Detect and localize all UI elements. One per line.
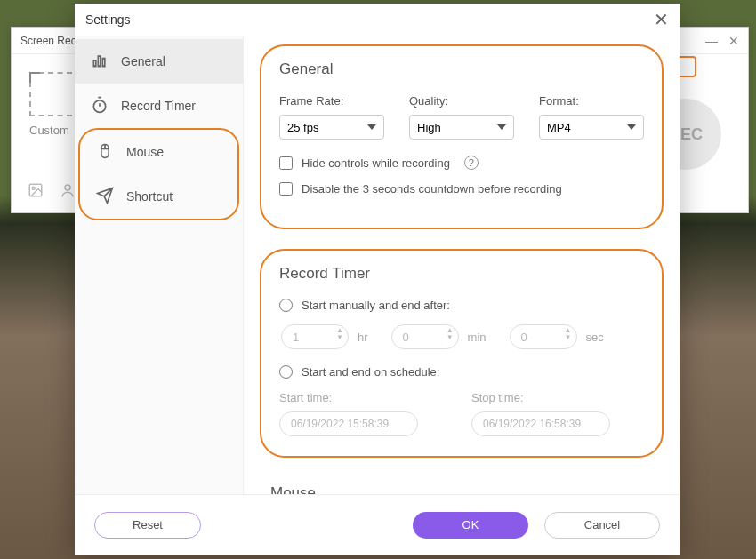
min-unit: min — [468, 331, 487, 344]
send-icon — [96, 187, 114, 207]
start-time-input[interactable] — [279, 411, 418, 436]
gallery-icon[interactable] — [28, 182, 44, 202]
format-select[interactable]: MP4 — [539, 115, 644, 140]
record-timer-heading: Record Timer — [279, 265, 644, 283]
disable-countdown-checkbox[interactable] — [279, 182, 293, 196]
format-label: Format: — [539, 94, 644, 108]
svg-rect-5 — [102, 58, 105, 66]
reset-button[interactable]: Reset — [94, 512, 201, 539]
user-icon[interactable] — [60, 182, 76, 202]
stopwatch-icon — [91, 96, 109, 116]
minimize-icon[interactable]: — — [705, 34, 718, 48]
close-icon[interactable]: ✕ — [728, 34, 739, 48]
modal-body: General Record Timer Mouse Shortcut G — [75, 36, 680, 494]
hide-controls-checkbox[interactable] — [279, 156, 293, 170]
svg-rect-4 — [98, 56, 101, 67]
modal-title: Settings — [85, 12, 131, 27]
help-icon[interactable]: ? — [464, 156, 479, 170]
general-section-highlight: General Frame Rate: 25 fps Quality: High… — [260, 44, 664, 229]
app-window-controls: — ✕ — [705, 34, 739, 48]
modal-footer: Reset OK Cancel — [75, 494, 680, 555]
start-manual-radio[interactable] — [279, 299, 293, 312]
sidebar-item-record-timer[interactable]: Record Timer — [75, 84, 243, 128]
cancel-button[interactable]: Cancel — [544, 512, 660, 539]
svg-rect-3 — [93, 60, 96, 67]
bottom-toolbar — [28, 182, 76, 202]
hide-controls-label: Hide controls while recording — [302, 156, 450, 170]
stop-time-input[interactable] — [471, 411, 610, 436]
start-schedule-radio[interactable] — [279, 365, 293, 379]
spinner-arrows[interactable]: ▲▼ — [336, 327, 343, 341]
sidebar-item-label: General — [121, 54, 165, 68]
app-title: Screen Rec — [20, 35, 76, 47]
modal-header: Settings ✕ — [75, 4, 680, 36]
spinner-arrows[interactable]: ▲▼ — [446, 327, 454, 341]
sidebar-item-label: Record Timer — [121, 99, 196, 113]
quality-select[interactable]: High — [409, 115, 514, 140]
settings-content[interactable]: General Frame Rate: 25 fps Quality: High… — [244, 36, 680, 494]
settings-modal: Settings ✕ General Record Timer Mouse Sh… — [75, 4, 680, 555]
svg-point-2 — [65, 185, 70, 190]
mouse-heading: Mouse — [270, 484, 653, 494]
start-manual-label: Start manually and end after: — [302, 299, 450, 312]
frame-rate-select[interactable]: 25 fps — [279, 115, 384, 140]
general-heading: General — [279, 60, 644, 78]
mouse-section: Mouse — [270, 484, 653, 494]
stop-time-label: Stop time: — [471, 391, 610, 404]
disable-countdown-label: Disable the 3 seconds countdown before r… — [302, 182, 562, 196]
sidebar-item-shortcut[interactable]: Shortcut — [80, 174, 237, 219]
hr-unit: hr — [358, 331, 368, 344]
svg-point-1 — [32, 187, 35, 189]
record-timer-section-highlight: Record Timer Start manually and end afte… — [260, 249, 664, 458]
sidebar-item-general[interactable]: General — [75, 39, 243, 84]
close-icon[interactable]: ✕ — [654, 9, 669, 30]
spinner-arrows[interactable]: ▲▼ — [565, 327, 572, 341]
start-schedule-label: Start and end on schedule: — [302, 365, 439, 379]
sidebar-item-label: Mouse — [126, 145, 164, 159]
svg-point-6 — [93, 100, 105, 112]
quality-label: Quality: — [409, 94, 514, 108]
sec-unit: sec — [586, 331, 604, 344]
ok-button[interactable]: OK — [413, 512, 528, 539]
sidebar-item-mouse[interactable]: Mouse — [80, 130, 237, 174]
settings-sidebar: General Record Timer Mouse Shortcut — [75, 36, 244, 494]
bar-chart-icon — [91, 52, 109, 72]
highlight-annotation: Mouse Shortcut — [78, 128, 239, 220]
sidebar-item-label: Shortcut — [126, 189, 173, 204]
start-time-label: Start time: — [279, 391, 418, 404]
mouse-icon — [96, 142, 114, 163]
frame-rate-label: Frame Rate: — [279, 94, 384, 108]
